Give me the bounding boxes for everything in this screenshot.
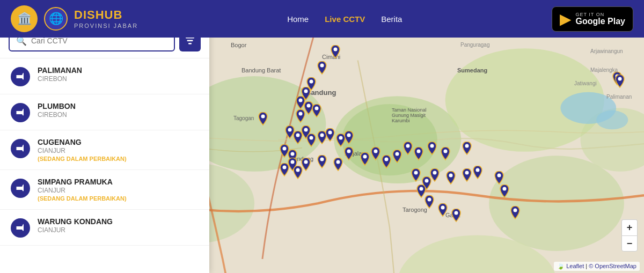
cctv-item-icon <box>11 139 30 158</box>
svg-point-23 <box>304 128 308 132</box>
map-pin[interactable] <box>613 75 626 94</box>
svg-point-51 <box>449 174 453 178</box>
cctv-item-name: WARUNG KONDANG <box>38 217 199 226</box>
header: 🏛️ 🌐 DISHUB PROVINSI JABAR Home Live CCT… <box>0 0 644 38</box>
map-pin[interactable] <box>460 142 473 161</box>
svg-point-66 <box>18 75 20 77</box>
cctv-item-region: CIANJUR <box>38 147 199 154</box>
google-play-icon: ▶ <box>560 10 572 28</box>
cctv-item-info: PLUMBON CIREBON <box>38 102 199 119</box>
google-play-button[interactable]: ▶ GET IT ON Google Play <box>552 6 633 32</box>
svg-point-47 <box>261 115 265 119</box>
svg-point-39 <box>374 150 378 153</box>
cctv-item-status: (SEDANG DALAM PERBAIKAN) <box>38 195 199 202</box>
list-item[interactable]: SIMPANG PRAMUKA CIANJUR (SEDANG DALAM PE… <box>0 170 209 210</box>
svg-point-67 <box>18 111 20 113</box>
svg-point-44 <box>430 144 434 148</box>
camera-icon <box>16 72 25 82</box>
leaflet-link[interactable]: Leaflet <box>566 263 584 269</box>
svg-point-26 <box>328 131 332 135</box>
svg-point-56 <box>441 206 445 210</box>
logo-emblem: 🏛️ <box>11 5 38 32</box>
svg-point-53 <box>476 168 480 172</box>
zoom-controls: + − <box>621 219 638 252</box>
cctv-item-region: CIREBON <box>38 75 199 83</box>
brand-subtitle: PROVINSI JABAR <box>74 23 138 29</box>
cctv-list[interactable]: PALIMANAN CIREBON PLUMBON CIREBON CUGENA… <box>0 58 209 273</box>
map-pin[interactable] <box>316 155 328 174</box>
map-pin[interactable] <box>509 206 522 225</box>
nav-live-cctv[interactable]: Live CCTV <box>325 14 365 24</box>
svg-point-70 <box>18 226 20 228</box>
svg-point-60 <box>514 209 517 212</box>
cctv-item-status: (SEDANG DALAM PERBAIKAN) <box>38 156 199 162</box>
svg-point-46 <box>465 144 469 148</box>
zoom-in-button[interactable]: + <box>621 219 638 235</box>
svg-point-68 <box>18 147 20 149</box>
camera-icon <box>16 108 25 117</box>
cctv-item-icon <box>11 218 30 238</box>
svg-point-37 <box>347 150 351 153</box>
svg-rect-64 <box>187 40 193 42</box>
svg-point-16 <box>304 90 308 93</box>
zoom-out-button[interactable]: − <box>621 235 638 252</box>
list-item[interactable]: CUGENANG CIANJUR (SEDANG DALAM PERBAIKAN… <box>0 130 209 170</box>
osm-link[interactable]: © OpenStreetMap <box>589 263 636 269</box>
cctv-item-name: CUGENANG <box>38 138 199 146</box>
logo-globe: 🌐 <box>44 7 68 31</box>
map-pin[interactable] <box>299 158 312 177</box>
map-pin[interactable] <box>257 112 269 131</box>
svg-point-38 <box>363 155 367 159</box>
svg-point-59 <box>503 187 507 191</box>
camera-icon <box>16 183 25 193</box>
svg-point-28 <box>347 134 351 137</box>
camera-icon <box>16 144 25 153</box>
svg-point-42 <box>406 144 410 148</box>
header-left: 🏛️ 🌐 DISHUB PROVINSI JABAR <box>11 5 138 32</box>
cctv-item-icon <box>11 179 30 198</box>
svg-point-57 <box>455 211 458 215</box>
svg-point-45 <box>444 150 448 153</box>
map-pin[interactable] <box>444 171 457 190</box>
cctv-item-icon <box>11 67 30 86</box>
svg-point-34 <box>304 160 308 164</box>
search-input[interactable] <box>31 36 167 45</box>
leaflet-credit: 🍃 <box>557 263 566 269</box>
cctv-item-name: SIMPANG PRAMUKA <box>38 178 199 186</box>
nav-berita[interactable]: Berita <box>381 14 402 24</box>
list-item[interactable]: PALIMANAN CIREBON <box>0 58 209 94</box>
cctv-item-info: SIMPANG PRAMUKA CIANJUR (SEDANG DALAM PE… <box>38 178 199 202</box>
svg-point-62 <box>618 77 622 81</box>
google-play-text: GET IT ON Google Play <box>576 12 625 26</box>
map-pin[interactable] <box>278 163 291 182</box>
nav: Home Live CCTV Berita <box>287 14 402 24</box>
map-pin[interactable] <box>471 166 484 185</box>
cctv-item-name: PLUMBON <box>38 102 199 110</box>
map-pin[interactable] <box>450 209 463 228</box>
map-pin[interactable] <box>426 142 438 161</box>
svg-point-15 <box>310 80 313 84</box>
brand-text: DISHUB PROVINSI JABAR <box>74 8 138 29</box>
list-item[interactable]: PLUMBON CIREBON <box>0 94 209 130</box>
map-pin[interactable] <box>498 185 511 204</box>
svg-point-13 <box>334 48 338 51</box>
map-pin[interactable] <box>439 147 452 166</box>
svg-point-40 <box>385 158 389 161</box>
map-pin[interactable] <box>436 203 449 223</box>
svg-point-20 <box>299 112 303 116</box>
map-pin[interactable] <box>412 147 425 166</box>
svg-point-69 <box>18 187 20 189</box>
brand-title: DISHUB <box>74 8 138 22</box>
svg-point-14 <box>320 64 324 68</box>
svg-point-41 <box>396 152 399 156</box>
svg-point-32 <box>283 166 287 169</box>
map-pin[interactable] <box>428 168 441 188</box>
nav-home[interactable]: Home <box>287 14 309 24</box>
map-pin[interactable] <box>329 45 342 64</box>
map-pin[interactable] <box>310 104 323 123</box>
map-pin[interactable] <box>342 147 355 166</box>
svg-point-54 <box>420 187 423 191</box>
map-pin[interactable] <box>423 195 436 215</box>
svg-point-31 <box>291 160 295 164</box>
list-item[interactable]: WARUNG KONDANG CIANJUR <box>0 210 209 246</box>
